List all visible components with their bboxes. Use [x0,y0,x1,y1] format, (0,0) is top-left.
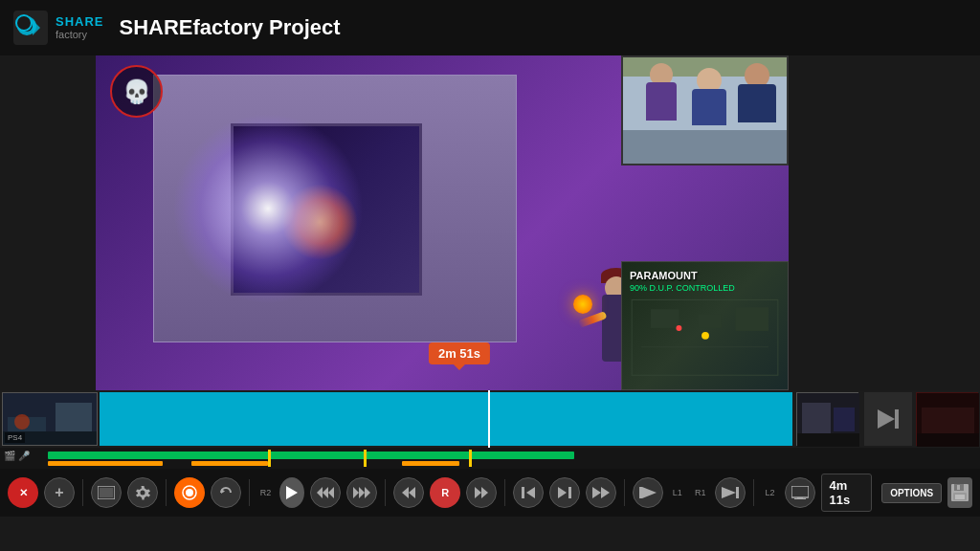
timeline-skip-to-end[interactable] [864,392,912,446]
divider-7 [753,479,754,506]
svg-marker-32 [353,487,359,498]
svg-rect-40 [522,487,524,498]
play-button[interactable] [279,477,304,508]
timeline-playhead [488,390,490,448]
divider-4 [385,479,386,506]
add-button[interactable]: + [44,477,75,508]
rewind-far-button[interactable] [310,477,341,508]
left-panel [0,55,96,390]
forward-button[interactable] [466,477,497,508]
power-orb [573,295,592,314]
clip-1-label: PS4 [5,432,25,443]
undo-button[interactable] [211,477,241,508]
person2 [690,68,728,130]
minimap: PARAMOUNT 90% D.U.P. CONTROLLED [621,261,789,390]
orange-band-2 [191,461,268,466]
divider-6 [624,479,625,506]
svg-marker-41 [558,487,567,498]
divider-5 [504,479,505,506]
rewind-button[interactable] [393,477,424,508]
r1-label: R1 [692,488,709,497]
person1-body [646,82,677,121]
film-icon: 🎬 [4,451,15,461]
r-button[interactable]: R [430,477,460,508]
clip-2-thumbnail [797,393,858,445]
svg-rect-18 [895,409,899,429]
save-button[interactable] [947,477,972,508]
svg-rect-4 [698,314,722,328]
step-fwd-button[interactable] [549,477,580,508]
light-flare [172,113,364,304]
skip-to-end-button[interactable] [715,477,746,508]
svg-point-6 [702,332,709,340]
minimap-inner: PARAMOUNT 90% D.U.P. CONTROLLED [622,262,788,389]
timeline-clip-1[interactable]: PS4 [2,392,98,446]
svg-marker-44 [601,487,610,498]
record-button[interactable] [174,477,205,508]
svg-marker-30 [323,487,328,498]
orange-band-1 [48,461,163,466]
skip-play-button[interactable] [586,477,616,508]
timeline-row[interactable]: PS4 [0,390,980,448]
audio-green-band [48,452,574,459]
logo-share: SHARE [56,15,104,29]
logo: SHARE factory [13,11,104,45]
svg-marker-36 [409,487,415,498]
svg-marker-29 [317,487,323,498]
svg-point-24 [140,491,145,496]
audio-band-row: 🎬 🎤 [0,448,980,469]
svg-rect-23 [100,488,113,497]
person2-body [692,89,726,125]
svg-rect-45 [639,487,642,498]
timeline-clip-2[interactable] [796,392,858,446]
time-tooltip: 2m 51s [429,342,490,364]
svg-marker-38 [481,487,488,498]
divider-1 [82,479,83,506]
r2-label: R2 [256,488,274,497]
timeline-clip-last[interactable] [916,392,978,446]
mic-icon: 🎤 [18,451,30,461]
svg-marker-34 [365,487,370,498]
svg-rect-48 [736,487,739,498]
divider-2 [166,479,167,506]
person1 [642,63,680,130]
timeline-active-block[interactable] [100,392,792,446]
forward-far-button[interactable] [346,477,377,508]
skip-to-start-button[interactable] [633,477,663,508]
logo-text: SHARE factory [56,15,104,40]
logo-factory: factory [56,29,104,40]
step-back-button[interactable] [513,477,544,508]
svg-marker-33 [359,487,365,498]
svg-marker-47 [722,487,736,498]
svg-marker-31 [328,487,334,498]
svg-rect-15 [834,408,855,431]
orange-band-3 [402,461,459,466]
svg-rect-21 [917,433,979,447]
skull-hud: 💀 [110,65,163,118]
pip-camera [621,55,789,165]
svg-marker-37 [475,487,481,498]
l2-label: L2 [762,488,779,497]
l1-label: L1 [669,488,686,497]
options-button[interactable]: OptioNS [881,483,942,503]
svg-point-7 [676,325,681,331]
fullscreen-button[interactable] [785,477,815,508]
svg-marker-46 [642,487,657,498]
svg-rect-20 [922,408,974,436]
close-button[interactable]: ✕ [8,477,38,508]
svg-rect-14 [802,403,831,436]
header-bar: SHARE factory SHAREfactory Project [0,0,980,55]
svg-rect-10 [56,403,92,436]
divider-3 [249,479,250,506]
project-title: SHAREfactory Project [120,15,341,40]
clip-button[interactable] [91,477,122,508]
svg-marker-17 [878,409,895,429]
svg-point-26 [186,489,193,496]
settings-button[interactable] [127,477,158,508]
svg-rect-51 [794,498,806,499]
person3 [736,63,778,130]
svg-marker-35 [402,487,409,498]
svg-rect-54 [957,485,960,490]
person3-body [738,84,776,122]
svg-marker-28 [286,486,298,499]
